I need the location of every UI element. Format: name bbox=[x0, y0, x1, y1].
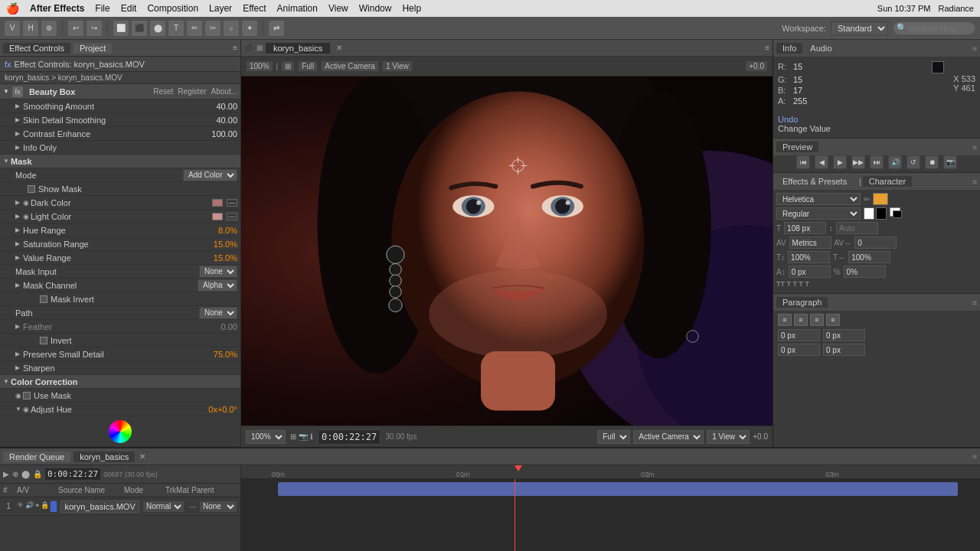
preview-tab[interactable]: Preview bbox=[776, 142, 818, 152]
layer-audio-icon[interactable]: 🔊 bbox=[25, 501, 34, 512]
tl-timecode[interactable]: 0:00:22:27 bbox=[45, 468, 100, 480]
menu-help[interactable]: Help bbox=[402, 3, 421, 14]
panel-close-btn[interactable]: ≡ bbox=[233, 44, 237, 52]
dark-color-dash[interactable]: — bbox=[227, 199, 237, 207]
comp-tool-camera[interactable]: 📷 bbox=[299, 432, 308, 441]
color-corr-triangle[interactable]: ▼ bbox=[3, 378, 11, 385]
adj-hue-triangle[interactable]: ▼ bbox=[15, 406, 23, 412]
align-right-btn[interactable]: ≡ bbox=[810, 314, 824, 326]
feather-value[interactable]: 0.00 bbox=[221, 322, 237, 331]
preserve-value[interactable]: 75.0% bbox=[214, 350, 237, 359]
menu-animation[interactable]: Animation bbox=[277, 3, 318, 14]
register-link[interactable]: Register bbox=[178, 87, 206, 96]
use-mask-checkbox[interactable] bbox=[23, 392, 31, 399]
paragraph-settings[interactable]: ≡ bbox=[972, 298, 977, 307]
char-panel-settings[interactable]: ≡ bbox=[972, 178, 977, 186]
layer-solo-icon[interactable]: ● bbox=[35, 501, 39, 512]
val-range-triangle[interactable]: ▶ bbox=[15, 254, 23, 261]
align-justify-btn[interactable]: ≡ bbox=[826, 314, 840, 326]
preserve-triangle[interactable]: ▶ bbox=[15, 350, 23, 357]
preview-snapshot[interactable]: 📷 bbox=[943, 155, 957, 169]
info-panel-settings[interactable]: ≡ bbox=[972, 44, 977, 53]
adj-hue-value[interactable]: 0x+0.0° bbox=[208, 405, 237, 414]
toolbar-icon-3[interactable]: ⊕ bbox=[41, 21, 57, 36]
preview-skip-start[interactable]: ⏮ bbox=[796, 155, 810, 169]
align-center-btn[interactable]: ≡ bbox=[794, 314, 808, 326]
layer-eye-icon[interactable]: 👁 bbox=[17, 501, 24, 512]
preview-prev-frame[interactable]: ◀ bbox=[815, 155, 828, 169]
invert-checkbox[interactable] bbox=[40, 337, 47, 344]
timeline-tracks[interactable] bbox=[241, 479, 980, 551]
timecode-display[interactable]: 0:00:22:27 bbox=[318, 429, 381, 445]
toolbar-icon-14[interactable]: ⇄ bbox=[269, 21, 284, 36]
preview-skip-end[interactable]: ⏭ bbox=[870, 155, 884, 169]
toolbar-icon-1[interactable]: V bbox=[5, 21, 20, 36]
toolbar-icon-7[interactable]: ⬛ bbox=[132, 21, 147, 36]
skin-detail-value[interactable]: 40.00 bbox=[216, 116, 237, 125]
char-pen-icon[interactable]: ✏ bbox=[864, 195, 870, 204]
dark-color-triangle[interactable]: ▶ bbox=[15, 199, 23, 206]
space-before-input[interactable] bbox=[778, 344, 820, 356]
grid-btn[interactable]: ⊞ bbox=[281, 60, 295, 72]
show-mask-checkbox[interactable] bbox=[28, 185, 35, 193]
sat-range-value[interactable]: 15.0% bbox=[214, 240, 237, 249]
zoom-select-btn[interactable]: 100% bbox=[246, 60, 273, 72]
contrast-value[interactable]: 100.00 bbox=[211, 129, 237, 139]
light-color-swatch[interactable] bbox=[212, 213, 223, 220]
audio-tab[interactable]: Audio bbox=[804, 43, 838, 54]
workspace-select[interactable]: Standard bbox=[831, 21, 888, 35]
mode-dropdown[interactable]: Add Color bbox=[183, 169, 237, 181]
kerning-input[interactable] bbox=[789, 236, 831, 249]
menu-edit[interactable]: Edit bbox=[121, 3, 137, 14]
toolbar-icon-9[interactable]: T bbox=[168, 21, 184, 36]
effect-controls-tab[interactable]: Effect Controls bbox=[3, 43, 70, 54]
preview-play[interactable]: ▶ bbox=[833, 155, 847, 169]
quality-select[interactable]: Full bbox=[597, 430, 630, 444]
layer-lock-icon[interactable]: 🔒 bbox=[41, 501, 49, 512]
dark-color-swatch[interactable] bbox=[212, 199, 223, 207]
toolbar-icon-8[interactable]: ⬤ bbox=[150, 21, 165, 36]
char-fill-box[interactable] bbox=[864, 207, 874, 220]
contrast-triangle[interactable]: ▶ bbox=[15, 130, 23, 137]
indent-left-input[interactable] bbox=[778, 329, 820, 341]
mask-invert-checkbox[interactable] bbox=[40, 295, 47, 303]
comp-tool-info[interactable]: ℹ bbox=[310, 432, 313, 441]
preview-record[interactable]: ⏺ bbox=[925, 155, 939, 169]
smoothing-value[interactable]: 40.00 bbox=[216, 102, 237, 111]
menu-view[interactable]: View bbox=[328, 3, 348, 14]
tl-icon-4[interactable]: 🔒 bbox=[33, 470, 42, 478]
about-link[interactable]: About... bbox=[211, 87, 237, 96]
mask-chan-triangle[interactable]: ▶ bbox=[15, 282, 23, 289]
toolbar-icon-4[interactable]: ↩ bbox=[68, 21, 83, 36]
leading-input[interactable] bbox=[836, 222, 878, 234]
toolbar-icon-6[interactable]: ⬜ bbox=[113, 21, 129, 36]
layer-bar-1[interactable] bbox=[278, 482, 958, 496]
mask-input-dropdown[interactable]: None bbox=[199, 266, 237, 278]
char-color-black[interactable] bbox=[893, 210, 902, 218]
comp-panel-icon[interactable]: ⬛ bbox=[244, 44, 253, 52]
smoothing-triangle[interactable]: ▶ bbox=[15, 103, 23, 109]
menu-after-effects[interactable]: After Effects bbox=[30, 3, 84, 14]
view-count-btn[interactable]: 1 View bbox=[382, 60, 413, 72]
undo-button[interactable]: Undo bbox=[778, 115, 798, 124]
toolbar-icon-13[interactable]: ✦ bbox=[242, 21, 257, 36]
space-after-input[interactable] bbox=[823, 344, 865, 356]
menu-window[interactable]: Window bbox=[359, 3, 392, 14]
mask-channel-dropdown[interactable]: Alpha bbox=[198, 279, 237, 292]
style-select[interactable]: Regular bbox=[776, 207, 861, 220]
timeline-tab-close[interactable]: ✕ bbox=[139, 452, 145, 461]
preview-next-frame[interactable]: ▶▶ bbox=[851, 155, 865, 169]
timeline-comp-tab[interactable]: koryn_basics bbox=[74, 452, 135, 462]
tl-icon-2[interactable]: ⊕ bbox=[12, 470, 18, 478]
tsf-input[interactable] bbox=[844, 266, 886, 278]
beauty-box-header[interactable]: ▼ fx Beauty Box Reset Register About... bbox=[0, 84, 240, 99]
mask-triangle[interactable]: ▼ bbox=[3, 158, 11, 165]
sat-range-triangle[interactable]: ▶ bbox=[15, 240, 23, 247]
toolbar-icon-12[interactable]: ⬦ bbox=[224, 21, 239, 36]
preview-audio[interactable]: 🔊 bbox=[888, 155, 902, 169]
align-left-btn[interactable]: ≡ bbox=[778, 314, 792, 326]
render-queue-tab[interactable]: Render Queue bbox=[3, 452, 70, 462]
resolution-btn[interactable]: Full bbox=[298, 60, 318, 72]
hscale-input[interactable] bbox=[848, 251, 890, 263]
search-help-box[interactable]: 🔍 bbox=[893, 21, 975, 35]
